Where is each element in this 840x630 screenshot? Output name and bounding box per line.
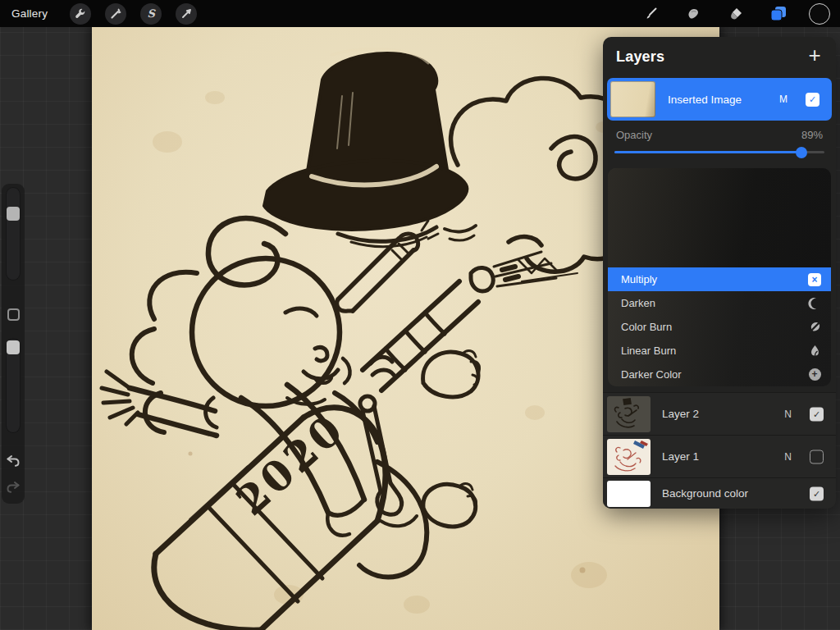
transform-icon <box>180 7 193 20</box>
layer-name: Layer 2 <box>662 393 699 435</box>
blend-mode-list: Multiply × Darken Color Burn <box>608 168 831 386</box>
flame-icon <box>809 345 821 358</box>
eraser-button[interactable] <box>724 3 748 25</box>
layer-visibility-checkbox[interactable]: ✓ <box>810 407 824 421</box>
layer-name: Inserted Image <box>668 78 742 121</box>
layer-row-layer-1[interactable]: Layer 1 N <box>603 435 836 477</box>
blend-mode-letter[interactable]: N <box>784 436 792 477</box>
opacity-slider[interactable] <box>614 151 824 153</box>
layer-row-background-color[interactable]: Background color ✓ <box>603 477 836 509</box>
layers-panel: Layers + Inserted Image M ✓ Opacity 89% … <box>603 37 836 509</box>
blend-mode-letter[interactable]: M <box>779 78 788 121</box>
procreate-workspace: 2020 Gallery S <box>0 0 840 630</box>
blend-list-scroll-area[interactable] <box>608 168 831 267</box>
layer-visibility-checkbox[interactable]: ✓ <box>806 93 819 107</box>
blend-mode-label: Darken <box>621 297 655 309</box>
blend-mode-darken[interactable]: Darken <box>608 291 831 315</box>
modify-button[interactable] <box>7 308 20 321</box>
adjustments-button[interactable] <box>105 3 126 25</box>
plus-circle-icon: + <box>809 368 821 381</box>
transform-button[interactable] <box>176 3 197 25</box>
layers-icon <box>769 4 788 24</box>
blend-mode-darker-color[interactable]: Darker Color + <box>608 363 831 386</box>
undo-icon <box>5 453 21 469</box>
layer-visibility-checkbox[interactable] <box>810 450 824 463</box>
redo-button[interactable] <box>5 479 21 495</box>
layer-thumbnail[interactable] <box>607 396 651 432</box>
layer-name: Background color <box>662 478 748 509</box>
add-layer-button[interactable]: + <box>803 43 826 66</box>
opacity-value: 89% <box>801 129 823 141</box>
multiply-icon: × <box>808 273 821 286</box>
blend-mode-label: Color Burn <box>621 321 672 333</box>
top-toolbar: Gallery S <box>0 0 840 27</box>
gallery-button[interactable]: Gallery <box>11 7 48 20</box>
blend-mode-label: Multiply <box>621 273 657 285</box>
brush-opacity-handle[interactable] <box>7 340 20 354</box>
smudge-icon <box>684 5 702 23</box>
layers-button[interactable] <box>766 3 791 25</box>
layer2-thumb-sketch <box>607 396 651 432</box>
moon-icon <box>808 297 821 310</box>
brush-icon <box>642 6 659 22</box>
blend-mode-label: Linear Burn <box>621 345 676 357</box>
wrench-icon <box>74 7 87 21</box>
opacity-slider-fill <box>614 151 801 153</box>
selection-button[interactable]: S <box>140 3 162 25</box>
adjustments-icon <box>109 7 122 21</box>
redo-icon <box>5 479 21 495</box>
blend-mode-linear-burn[interactable]: Linear Burn <box>608 339 831 363</box>
background-color-thumbnail[interactable] <box>607 481 651 507</box>
eraser-icon <box>728 6 744 22</box>
brush-opacity-slider[interactable] <box>6 338 21 433</box>
brush-size-slider[interactable] <box>6 187 21 281</box>
layer-thumbnail[interactable] <box>607 439 651 475</box>
blend-mode-multiply[interactable]: Multiply × <box>608 267 831 291</box>
blend-mode-letter[interactable]: N <box>784 393 792 435</box>
opacity-label: Opacity <box>616 129 652 141</box>
sash-year-text: 2020 <box>227 404 354 525</box>
burn-slash-icon <box>808 320 822 334</box>
actions-button[interactable] <box>70 3 91 25</box>
selection-icon: S <box>147 7 154 20</box>
blend-mode-color-burn[interactable]: Color Burn <box>608 315 831 339</box>
brush-button[interactable] <box>638 3 663 25</box>
sidebar-tools <box>2 184 25 504</box>
layer-name: Layer 1 <box>662 436 699 477</box>
undo-button[interactable] <box>5 453 21 469</box>
layer-visibility-checkbox[interactable]: ✓ <box>810 486 824 500</box>
layer-thumbnail[interactable] <box>610 81 655 117</box>
layer-row-inserted-image[interactable]: Inserted Image M ✓ <box>607 78 832 121</box>
opacity-slider-knob[interactable] <box>796 147 807 158</box>
layer1-thumb-sketch <box>607 439 651 475</box>
brush-size-handle[interactable] <box>7 207 20 221</box>
blend-mode-label: Darker Color <box>621 368 682 381</box>
color-swatch[interactable] <box>809 3 830 25</box>
layer-row-layer-2[interactable]: Layer 2 N ✓ <box>603 392 836 435</box>
layers-panel-title: Layers <box>616 48 664 66</box>
smudge-button[interactable] <box>681 3 705 25</box>
